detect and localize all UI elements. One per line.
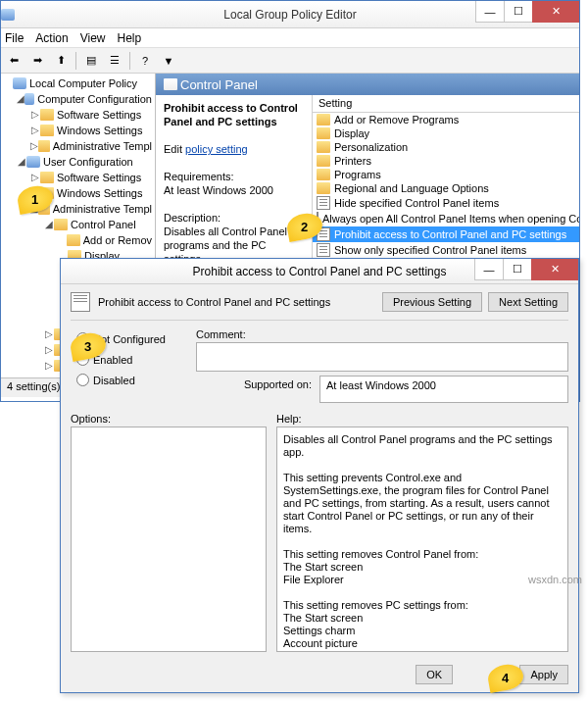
comment-label: Comment:: [196, 328, 568, 340]
pane-header: Control Panel: [156, 74, 579, 95]
tree-software-settings[interactable]: ▷Software Settings: [3, 107, 153, 123]
help-box: Disables all Control Panel programs and …: [276, 427, 568, 652]
ok-button[interactable]: OK: [416, 665, 453, 684]
state-radio-group: Not Configured Enabled Disabled: [71, 328, 188, 403]
policy-icon: [317, 212, 318, 226]
tree-windows-settings[interactable]: ▷Windows Settings: [3, 123, 153, 138]
setting-row-selected[interactable]: Prohibit access to Control Panel and PC …: [313, 226, 579, 242]
radio-disabled[interactable]: Disabled: [76, 374, 188, 386]
dialog-maximize-button[interactable]: ☐: [503, 259, 532, 280]
folder-icon: [317, 141, 330, 153]
setting-row[interactable]: Always open All Control Panel Items when…: [313, 211, 579, 226]
policy-icon: [317, 196, 330, 210]
setting-row[interactable]: Hide specified Control Panel items: [313, 195, 579, 211]
policy-icon: [317, 227, 330, 241]
policy-icon: [71, 292, 90, 312]
radio-enabled[interactable]: Enabled: [76, 353, 188, 366]
minimize-button[interactable]: —: [475, 1, 505, 23]
properties-button[interactable]: ☰: [104, 50, 125, 72]
setting-row[interactable]: Programs: [313, 168, 579, 181]
tree-control-panel[interactable]: ◢Control Panel: [3, 217, 153, 232]
folder-icon: [317, 114, 330, 126]
main-titlebar[interactable]: Local Group Policy Editor — ☐ ✕: [1, 1, 579, 28]
tree-computer-config[interactable]: ◢Computer Configuration: [3, 91, 153, 107]
maximize-button[interactable]: ☐: [504, 1, 533, 23]
tree-software-settings-2[interactable]: ▷Software Settings: [3, 170, 153, 185]
options-box: [71, 427, 267, 652]
folder-icon: [317, 169, 330, 180]
toolbar: ⬅ ➡ ⬆ ▤ ☰ ? ▼: [1, 48, 579, 74]
options-label: Options:: [71, 413, 267, 425]
tree-root[interactable]: Local Computer Policy: [3, 75, 153, 91]
setting-row[interactable]: Printers: [313, 154, 579, 168]
menu-action[interactable]: Action: [35, 31, 68, 45]
help-button[interactable]: ?: [134, 50, 156, 72]
tree-user-config[interactable]: ◢User Configuration: [3, 154, 153, 170]
up-button[interactable]: ⬆: [50, 50, 72, 72]
next-setting-button[interactable]: Next Setting: [488, 292, 568, 312]
dialog-close-button[interactable]: ✕: [531, 259, 578, 280]
policy-dialog: Prohibit access to Control Panel and PC …: [60, 258, 579, 693]
supported-value: At least Windows 2000: [319, 376, 568, 403]
policy-setting-link[interactable]: policy setting: [185, 143, 248, 155]
radio-not-configured[interactable]: Not Configured: [76, 332, 188, 345]
filter-button[interactable]: ▼: [158, 50, 179, 72]
supported-label: Supported on:: [196, 376, 319, 390]
setting-row[interactable]: Display: [313, 126, 579, 140]
tree-admin-templates-2[interactable]: ◢Administrative Templ: [3, 201, 153, 217]
policy-icon: [317, 243, 330, 257]
folder-icon: [317, 155, 330, 167]
help-label: Help:: [276, 413, 568, 425]
setting-row[interactable]: Personalization: [313, 140, 579, 154]
setting-row[interactable]: Regional and Language Options: [313, 181, 579, 195]
dialog-minimize-button[interactable]: —: [474, 259, 504, 280]
forward-button[interactable]: ➡: [26, 50, 48, 72]
apply-button[interactable]: Apply: [519, 665, 568, 684]
folder-icon: [317, 182, 330, 194]
tree-admin-templates[interactable]: ▷Administrative Templ: [3, 138, 153, 154]
dialog-titlebar[interactable]: Prohibit access to Control Panel and PC …: [61, 259, 578, 284]
comment-field[interactable]: [196, 342, 568, 372]
menu-file[interactable]: File: [5, 31, 24, 45]
menu-help[interactable]: Help: [118, 31, 142, 45]
menubar: File Action View Help: [1, 28, 579, 48]
tree-windows-settings-2[interactable]: ▷Windows Settings: [3, 185, 153, 201]
column-header-setting[interactable]: Setting: [313, 95, 579, 113]
show-hide-tree-button[interactable]: ▤: [80, 50, 102, 72]
tree-add-remove[interactable]: Add or Remov: [3, 232, 153, 248]
setting-row[interactable]: Add or Remove Programs: [313, 113, 579, 126]
close-button[interactable]: ✕: [532, 1, 579, 23]
menu-view[interactable]: View: [80, 31, 106, 45]
setting-row[interactable]: Show only specified Control Panel items: [313, 242, 579, 258]
dialog-heading: Prohibit access to Control Panel and PC …: [98, 296, 330, 308]
back-button[interactable]: ⬅: [3, 50, 24, 72]
previous-setting-button[interactable]: Previous Setting: [382, 292, 482, 312]
folder-icon: [317, 127, 330, 139]
